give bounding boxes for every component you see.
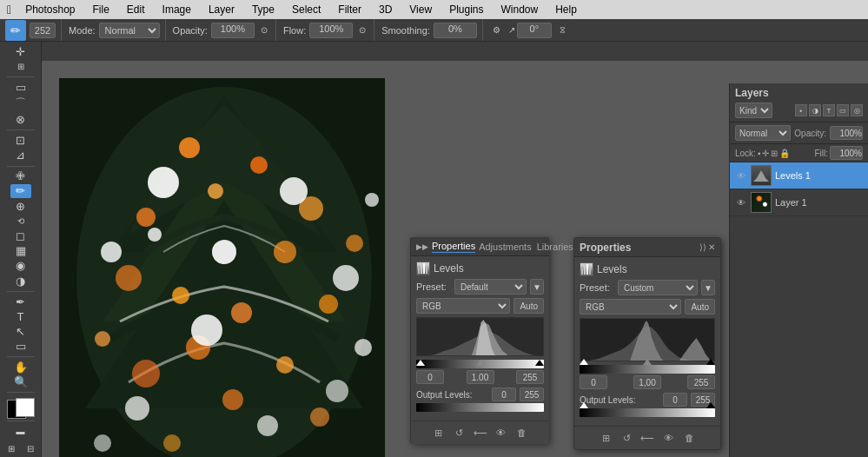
- mode-select[interactable]: Normal: [99, 23, 160, 38]
- filter-pixel-icon[interactable]: ▪: [795, 104, 807, 116]
- panel2-previous-icon[interactable]: ⟵: [639, 430, 655, 446]
- midtone-input[interactable]: 1.00: [467, 370, 494, 384]
- layer-fill-input[interactable]: 100%: [830, 146, 863, 160]
- history-brush-icon[interactable]: ⟲: [10, 215, 31, 228]
- shadow-handle[interactable]: [416, 354, 425, 366]
- lock-artboard-icon[interactable]: ⊞: [771, 149, 778, 158]
- channel-select[interactable]: RGB: [416, 298, 510, 314]
- flow-input[interactable]: 100%: [309, 23, 353, 38]
- text-tool-icon[interactable]: T: [10, 310, 31, 323]
- tool-size-input[interactable]: 252: [30, 23, 56, 38]
- layer-mode-select[interactable]: Normal: [735, 125, 791, 141]
- delete-icon[interactable]: 🗑: [514, 425, 530, 440]
- smoothing-input[interactable]: 0%: [434, 23, 477, 38]
- panel2-output-handle-high[interactable]: [706, 402, 715, 408]
- panel2-clip-icon[interactable]: ⊞: [598, 430, 613, 446]
- panel2-output-low[interactable]: 0: [663, 393, 687, 407]
- panel2-midtone-input[interactable]: 1,00: [633, 375, 661, 389]
- output-low-input[interactable]: 0: [492, 387, 516, 401]
- panel2-preset-select[interactable]: Custom: [618, 280, 698, 295]
- marquee-tool-icon[interactable]: ▭: [10, 81, 31, 94]
- path-select-icon[interactable]: ↖: [10, 325, 31, 338]
- clip-icon[interactable]: ⊞: [431, 425, 447, 440]
- layers-kind-select[interactable]: Kind: [735, 103, 772, 118]
- panel2-close-btn[interactable]: ✕: [708, 242, 715, 252]
- highlight-input[interactable]: 255: [516, 370, 544, 384]
- filter-type-icon[interactable]: T: [823, 104, 835, 116]
- symmetry-icon[interactable]: ⧖: [557, 24, 568, 36]
- menu-item-layer[interactable]: Layer: [205, 2, 238, 17]
- panel-icon-1[interactable]: ⊞: [3, 440, 20, 457]
- panel2-visibility-icon[interactable]: 👁: [660, 430, 676, 446]
- layer-row-levels1[interactable]: 👁 Levels 1: [730, 162, 868, 189]
- menu-item-photoshop[interactable]: Photoshop: [22, 2, 78, 17]
- color-swatches[interactable]: [7, 400, 35, 417]
- rotation-input[interactable]: ↗ 0°: [508, 23, 552, 38]
- menu-item-select[interactable]: Select: [288, 2, 324, 17]
- auto-btn[interactable]: Auto: [514, 298, 544, 314]
- menu-item-filter[interactable]: Filter: [335, 2, 365, 17]
- eraser-tool-icon[interactable]: ◻: [10, 229, 31, 242]
- lock-pixels-icon[interactable]: ▪: [758, 149, 761, 158]
- panel2-channel-select[interactable]: RGB: [580, 299, 681, 315]
- brush-tool-icon[interactable]: ✏: [5, 20, 26, 41]
- dodge-tool-icon[interactable]: ◑: [10, 275, 31, 288]
- filter-smart-icon[interactable]: ◎: [851, 104, 863, 116]
- lock-all-icon[interactable]: 🔒: [779, 149, 790, 158]
- layer-row-layer1[interactable]: 👁 Layer 1: [730, 189, 868, 216]
- filter-adj-icon[interactable]: ◑: [809, 104, 821, 116]
- panel2-highlight-input[interactable]: 255: [687, 375, 715, 389]
- shape-tool-icon[interactable]: ▭: [10, 340, 31, 353]
- libraries-tab[interactable]: Libraries: [537, 242, 573, 252]
- panel2-output-handle-low[interactable]: [580, 402, 588, 408]
- adjustments-tab[interactable]: Adjustments: [479, 242, 532, 252]
- highlight-handle[interactable]: [535, 354, 544, 366]
- screen-mode-icon[interactable]: ▬: [10, 425, 31, 438]
- menu-item-edit[interactable]: Edit: [123, 2, 149, 17]
- pen-tool-icon[interactable]: ✒: [10, 295, 31, 308]
- menu-item-image[interactable]: Image: [159, 2, 195, 17]
- opacity-input[interactable]: 100%: [211, 23, 255, 38]
- blur-tool-icon[interactable]: ◉: [10, 259, 31, 272]
- previous-icon[interactable]: ⟵: [473, 425, 488, 440]
- panel2-reset-icon[interactable]: ↺: [619, 430, 634, 446]
- panel2-delete-icon[interactable]: 🗑: [681, 430, 697, 446]
- menu-item-plugins[interactable]: Plugins: [446, 2, 487, 17]
- crop-tool-icon[interactable]: ⊡: [10, 134, 31, 147]
- visibility-icon[interactable]: 👁: [494, 425, 509, 440]
- move-tool-icon[interactable]: ✛: [10, 45, 31, 58]
- panel2-auto-btn[interactable]: Auto: [685, 299, 715, 315]
- panel2-shadow-input[interactable]: 0: [580, 375, 607, 389]
- filter-shape-icon[interactable]: ▭: [837, 104, 849, 116]
- panel-icon-2[interactable]: ⊟: [22, 440, 39, 457]
- settings-icon[interactable]: ⚙: [490, 24, 503, 36]
- shadow-input[interactable]: 0: [416, 370, 444, 384]
- midtone-handle[interactable]: [476, 354, 485, 366]
- panel2-header[interactable]: Properties ⟩⟩ ✕: [574, 238, 720, 257]
- menu-item-help[interactable]: Help: [552, 2, 580, 17]
- background-color[interactable]: [16, 398, 35, 417]
- opacity-pressure-icon[interactable]: ⊙: [258, 24, 270, 36]
- panel2-collapse[interactable]: ⟩⟩: [699, 242, 706, 252]
- flow-pressure-icon[interactable]: ⊙: [356, 24, 368, 36]
- quick-select-icon[interactable]: ⊗: [10, 113, 31, 126]
- menu-item-type[interactable]: Type: [248, 2, 278, 17]
- eyedropper-icon[interactable]: ⊿: [10, 149, 31, 162]
- lasso-tool-icon[interactable]: ⌒: [10, 96, 31, 111]
- panel2-midtone-handle[interactable]: [643, 359, 652, 365]
- stamp-tool-icon[interactable]: ⊕: [10, 200, 31, 213]
- panel2-preset-options[interactable]: ▼: [701, 280, 715, 295]
- menu-item-view[interactable]: View: [406, 2, 435, 17]
- panel2-shadow-handle[interactable]: [580, 359, 588, 365]
- zoom-tool-icon[interactable]: 🔍: [10, 375, 31, 388]
- hand-tool-icon[interactable]: ✋: [10, 361, 31, 374]
- gradient-tool-icon[interactable]: ▦: [10, 244, 31, 257]
- lock-position-icon[interactable]: ✛: [762, 149, 769, 158]
- menu-item-3d[interactable]: 3D: [375, 2, 395, 17]
- panel2-highlight-handle[interactable]: [706, 359, 715, 365]
- reset-icon[interactable]: ↺: [452, 425, 467, 440]
- collapse-icon[interactable]: ▶▶: [416, 242, 428, 251]
- layer-visibility-levels1[interactable]: 👁: [735, 169, 747, 182]
- healing-brush-icon[interactable]: ✙: [10, 169, 31, 182]
- panel-header[interactable]: ▶▶ Properties Adjustments Libraries ⟩⟩ ✕: [411, 237, 549, 256]
